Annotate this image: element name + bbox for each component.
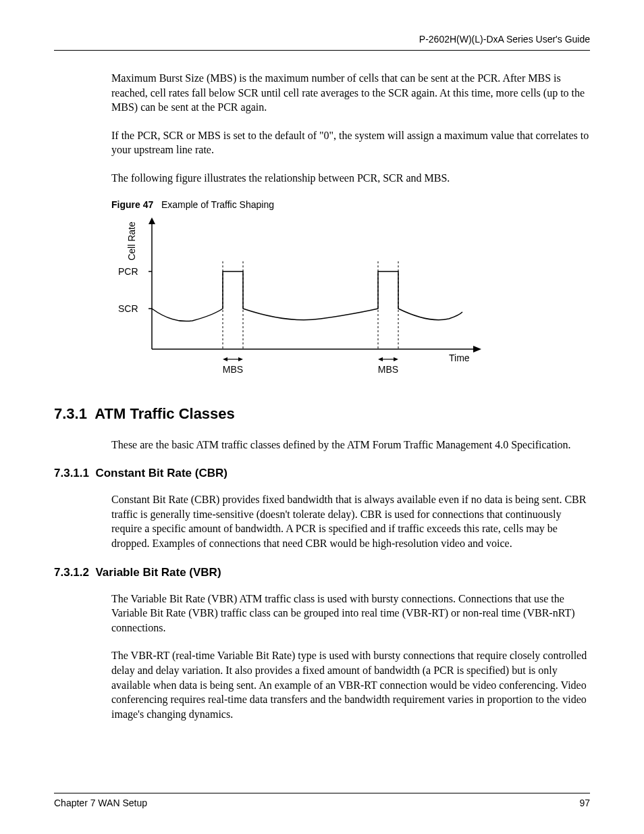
- heading-number: 7.3.1: [54, 405, 87, 422]
- heading-title: ATM Traffic Classes: [95, 405, 234, 422]
- paragraph: The following figure illustrates the rel…: [111, 171, 590, 186]
- mbs-label-2: MBS: [378, 364, 398, 375]
- svg-marker-11: [223, 357, 227, 361]
- paragraph: These are the basic ATM traffic classes …: [111, 438, 590, 452]
- figure-caption-text: Example of Traffic Shaping: [161, 199, 274, 210]
- heading-title: Variable Bit Rate (VBR): [95, 566, 221, 579]
- svg-marker-12: [238, 357, 243, 361]
- mbs-label-1: MBS: [223, 364, 243, 375]
- svg-marker-15: [394, 357, 398, 361]
- svg-marker-14: [378, 357, 383, 361]
- paragraph: The VBR-RT (real-time Variable Bit Rate)…: [111, 648, 590, 721]
- figure-caption: Figure 47 Example of Traffic Shaping: [111, 199, 590, 210]
- svg-marker-1: [149, 217, 155, 224]
- heading-title: Constant Bit Rate (CBR): [95, 467, 227, 479]
- figure-label: Figure 47: [111, 199, 153, 210]
- y-tick-pcr: PCR: [118, 266, 138, 277]
- paragraph: Constant Bit Rate (CBR) provides fixed b…: [111, 492, 590, 550]
- header-rule: [54, 50, 590, 51]
- heading-number: 7.3.1.2: [54, 566, 89, 579]
- figure-traffic-shaping: Cell Rate PCR SCR MBS: [111, 214, 489, 386]
- y-tick-scr: SCR: [118, 303, 138, 314]
- footer-chapter: Chapter 7 WAN Setup: [54, 798, 147, 808]
- heading-number: 7.3.1.1: [54, 467, 89, 479]
- section-heading-7-3-1: 7.3.1 ATM Traffic Classes: [54, 405, 590, 423]
- section-heading-7-3-1-1: 7.3.1.1 Constant Bit Rate (CBR): [54, 467, 590, 480]
- section-heading-7-3-1-2: 7.3.1.2 Variable Bit Rate (VBR): [54, 566, 590, 579]
- running-header: P-2602H(W)(L)-DxA Series User's Guide: [54, 34, 590, 45]
- x-axis-label: Time: [449, 353, 470, 363]
- paragraph: The Variable Bit Rate (VBR) ATM traffic …: [111, 592, 590, 635]
- footer-page-number: 97: [579, 798, 590, 808]
- paragraph: If the PCR, SCR or MBS is set to the def…: [111, 128, 590, 157]
- footer-rule: [54, 793, 590, 793]
- y-axis-label: Cell Rate: [126, 221, 137, 261]
- svg-marker-3: [473, 346, 481, 353]
- paragraph: Maximum Burst Size (MBS) is the maximum …: [111, 71, 590, 115]
